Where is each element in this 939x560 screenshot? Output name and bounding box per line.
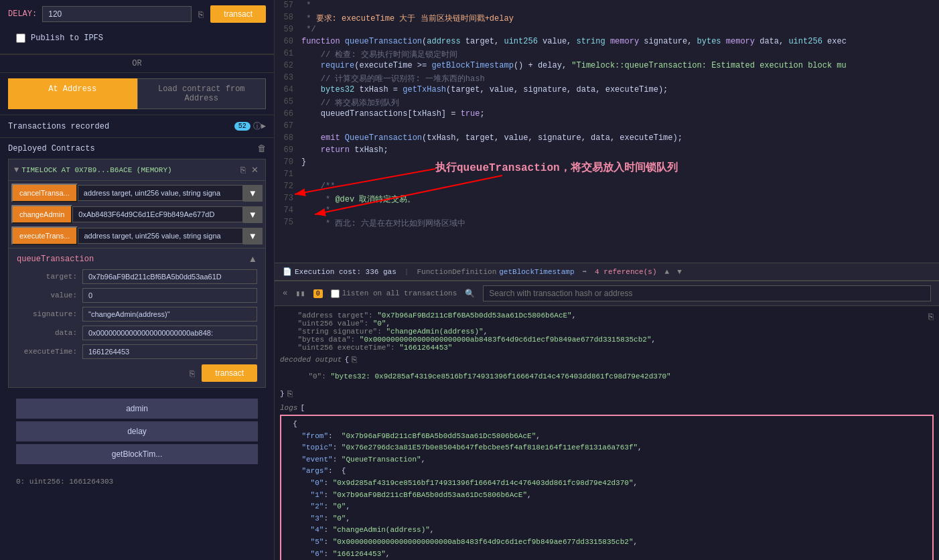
listen-label: listen on all transactions [342, 289, 457, 297]
references-link[interactable]: 4 reference(s) [595, 268, 656, 276]
double-arrow-icon[interactable]: « [283, 289, 287, 298]
left-panel: DELAY: ⎘ transact Publish to IPFS OR At … [0, 0, 275, 560]
copy-decoded-close-button[interactable]: ⎘ [287, 389, 293, 399]
chevron-up-icon[interactable]: ▲ [665, 268, 670, 276]
change-admin-button[interactable]: changeAdmin [11, 205, 72, 224]
at-address-tab[interactable]: At Address [8, 78, 137, 109]
listen-check: listen on all transactions [331, 289, 457, 298]
cancel-transa-button[interactable]: cancelTransa... [11, 184, 78, 202]
code-line-65: 65 // 将交易添加到队列 [275, 96, 939, 109]
delay-button[interactable]: delay [16, 421, 258, 441]
pause-icon[interactable]: ▮▮ [295, 289, 305, 299]
close-contract-button[interactable]: ✕ [250, 163, 260, 176]
code-line-57: 57 * [275, 0, 939, 12]
execute-trans-button[interactable]: executeTrans... [11, 226, 78, 245]
copy-decoded-button[interactable]: ⎘ [352, 354, 357, 364]
execute-trans-input[interactable] [78, 228, 242, 244]
func-def-label: FunctionDefinition [417, 268, 496, 276]
execution-cost: Execution cost: 336 gas [295, 268, 396, 276]
bottom-bar: « ▮▮ 0 listen on all transactions 🔍 [275, 281, 939, 305]
admin-button[interactable]: admin [16, 399, 258, 419]
code-line-68: 68 emit QueueTransaction(txHash, target,… [275, 133, 939, 145]
param-signature-row: signature: [17, 307, 257, 322]
publish-ipfs-label: Publish to IPFS [31, 33, 103, 43]
transactions-badge: 52 [234, 122, 250, 131]
copy-delay-button[interactable]: ⎘ [197, 8, 205, 21]
deployed-section: Deployed Contracts 🗑 ▼ TIMELOCK AT 0X7B9… [0, 137, 274, 496]
copy-queue-button[interactable]: ⎘ [188, 367, 196, 380]
file-icon: 📄 [283, 267, 292, 276]
queue-actions: ⎘ transact [17, 364, 257, 382]
code-line-63: 63 // 计算交易的唯一识别符: 一堆东西的hash [275, 72, 939, 84]
search-icon[interactable]: 🔍 [465, 289, 475, 299]
param-executetime-input[interactable] [82, 344, 257, 359]
code-line-67: 67 [275, 121, 939, 133]
search-input[interactable] [483, 285, 931, 301]
arrow-icon[interactable]: ➡ [582, 267, 587, 276]
code-line-75: 75 * 西北: 六是在在对比如到网络区域中 [275, 217, 939, 229]
contract-item: ▼ TIMELOCK AT 0X7B9...B6ACE (MEMORY) ⎘ ✕… [8, 159, 266, 388]
publish-ipfs-checkbox[interactable] [16, 33, 25, 43]
delay-section: DELAY: ⎘ transact Publish to IPFS [0, 0, 274, 54]
copy-input-button[interactable]: ⎘ [928, 311, 934, 322]
execution-bar: 📄 Execution cost: 336 gas | FunctionDefi… [275, 263, 939, 281]
info-icon[interactable]: ⓘ [253, 121, 261, 132]
output-row: 0: uint256: 1661264303 [8, 472, 266, 491]
param-target-label: target: [17, 273, 77, 281]
param-target-input[interactable] [82, 269, 257, 284]
listen-checkbox[interactable] [331, 289, 340, 298]
execute-trans-expand[interactable]: ▼ [243, 228, 263, 244]
copy-contract-button[interactable]: ⎘ [239, 163, 247, 176]
input-data-row: "address target": "0x7b96aF9Bd211cBf6BA5… [280, 311, 934, 352]
decoded-label: decoded output [280, 356, 342, 364]
code-line-70: 70 } [275, 157, 939, 169]
contract-name: TIMELOCK AT 0X7B9...B6ACE (MEMORY) [21, 166, 239, 174]
code-line-73: 73 * @dev 取消特定交易。 [275, 193, 939, 205]
cancel-transa-expand[interactable]: ▼ [243, 185, 263, 202]
param-value-row: value: [17, 288, 257, 303]
code-line-66: 66 queuedTransactions[txHash] = true; [275, 109, 939, 121]
contract-icons: ⎘ ✕ [239, 163, 260, 176]
or-divider: OR [0, 54, 274, 73]
log-entry-box: { "from": "0x7b96aF9Bd211cBf6BA5b0dd53aa… [280, 415, 934, 560]
code-area: 57 * 58 * 要求: executeTime 大于 当前区块链时间戳+de… [275, 0, 939, 263]
getblocktime-button[interactable]: getBlockTim... [16, 444, 258, 464]
queue-transaction-section: queueTransaction ▲ target: value: signat… [9, 248, 265, 387]
delay-input[interactable] [42, 6, 192, 22]
param-executetime-row: executeTime: [17, 344, 257, 359]
logs-section: logs [ { "from": "0x7b96aF9Bd211cBf6BA5b… [280, 404, 934, 560]
param-signature-input[interactable] [82, 307, 257, 322]
expand-transactions-icon[interactable]: ► [261, 122, 266, 131]
queue-collapse-button[interactable]: ▲ [248, 254, 257, 264]
log-entry-content: { "from": "0x7b96aF9Bd211cBf6BA5b0dd53aa… [284, 419, 930, 560]
change-admin-input[interactable] [72, 206, 243, 222]
address-tabs: At Address Load contract from Address [8, 78, 266, 109]
func-def-item: FunctionDefinition getBlockTimestamp [417, 268, 574, 276]
deployed-title: Deployed Contracts [8, 144, 95, 153]
contract-expand-icon[interactable]: ▼ [14, 165, 19, 175]
cancel-transa-input[interactable] [78, 185, 243, 201]
code-line-59: 59 */ [275, 24, 939, 36]
load-contract-tab[interactable]: Load contract from Address [137, 78, 267, 109]
chevron-down-exec-icon[interactable]: ▼ [677, 268, 682, 276]
code-line-58: 58 * 要求: executeTime 大于 当前区块链时间戳+delay [275, 12, 939, 24]
func-name-link[interactable]: getBlockTimestamp [499, 268, 574, 276]
param-data-input[interactable] [82, 326, 257, 340]
bottom-buttons: admin delay getBlockTim... [8, 393, 266, 472]
transact-button-top[interactable]: transact [210, 5, 266, 23]
param-value-input[interactable] [82, 288, 257, 303]
code-line-69: 69 return txHash; [275, 145, 939, 157]
code-line-60: 60 function queueTransaction(address tar… [275, 36, 939, 48]
code-line-71: 71 [275, 169, 939, 181]
param-signature-label: signature: [17, 310, 77, 318]
change-admin-expand[interactable]: ▼ [243, 206, 263, 223]
transactions-header[interactable]: Transactions recorded 52 ⓘ ► [0, 115, 274, 137]
transact-button-queue[interactable]: transact [202, 364, 257, 382]
cancel-transaction-row: cancelTransa... ▼ [11, 184, 263, 202]
right-panel: 57 * 58 * 要求: executeTime 大于 当前区块链时间戳+de… [275, 0, 939, 560]
param-executetime-label: executeTime: [17, 348, 77, 356]
code-line-62: 62 require(executeTime >= getBlockTimest… [275, 60, 939, 72]
execute-trans-row: executeTrans... ▼ [11, 226, 263, 245]
delete-deployed-button[interactable]: 🗑 [257, 143, 266, 153]
code-line-64: 64 bytes32 txHash = getTxHash(target, va… [275, 84, 939, 96]
